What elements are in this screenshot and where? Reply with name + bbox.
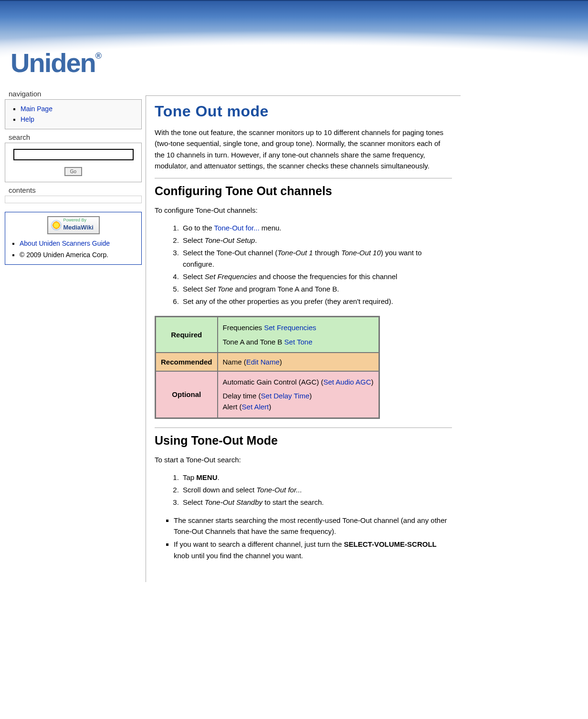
search-portlet-title: search [5, 133, 142, 143]
using-steps: Tap MENU. Scroll down and select Tone-Ou… [155, 472, 452, 508]
search-go-button[interactable]: Go [64, 167, 82, 176]
using-step-2: Scroll down and select Tone-Out for... [181, 484, 452, 496]
link-set-delay-time[interactable]: Set Delay Time [261, 392, 310, 400]
config-step-2: Select Tone-Out Setup. [181, 235, 452, 246]
config-step-3: Select the Tone-Out channel (Tone-Out 1 … [181, 247, 452, 270]
contents-portlet-title: contents [5, 186, 142, 196]
link-edit-name[interactable]: Edit Name [246, 358, 280, 366]
link-set-tone[interactable]: Set Tone [284, 338, 313, 346]
section-divider [155, 178, 452, 178]
config-intro: To configure Tone-Out channels: [155, 205, 452, 216]
about-portlet: Powered By MediaWiki About Uniden Scanne… [5, 212, 142, 265]
section-divider [155, 427, 452, 428]
nav-portlet: Main Page Help [5, 99, 142, 129]
copyright-text: © 2009 Uniden America Corp. [20, 250, 136, 261]
nav-portlet-title: navigation [5, 90, 142, 99]
search-portlet: Go [5, 143, 142, 182]
mediawiki-flower-icon [52, 221, 61, 229]
using-bullet-2: If you want to search a different channe… [174, 539, 452, 561]
required-label: Required [156, 317, 218, 353]
using-step-1: Tap MENU. [181, 472, 452, 483]
mediawiki-badge-powered: Powered By [63, 218, 87, 222]
config-steps: Go to the Tone-Out for... menu. Select T… [155, 222, 452, 307]
recommended-label: Recommended [156, 353, 218, 371]
header-banner: Uniden® [0, 0, 588, 81]
link-set-audio-agc[interactable]: Set Audio AGC [323, 378, 371, 386]
using-intro: To start a Tone-Out search: [155, 454, 452, 465]
page-title: Tone Out mode [155, 103, 452, 120]
brand-logo: Uniden® [10, 50, 101, 76]
config-step-1: Go to the Tone-Out for... menu. [181, 222, 452, 234]
sidebar: navigation Main Page Help search Go cont… [0, 81, 146, 265]
mediawiki-badge[interactable]: Powered By MediaWiki [47, 216, 100, 234]
contents-portlet [5, 196, 142, 203]
link-set-frequencies[interactable]: Set Frequencies [264, 323, 316, 332]
optional-label: Optional [156, 371, 218, 418]
about-link[interactable]: About Uniden Scanners Guide [20, 240, 110, 247]
intro-paragraph: With the tone out feature, the scanner m… [155, 127, 452, 171]
link-set-alert[interactable]: Set Alert [242, 403, 269, 411]
using-step-3: Select Tone-Out Standby to start the sea… [181, 497, 452, 508]
using-bullets: The scanner starts searching the most re… [155, 515, 452, 561]
config-step-5: Select Set Tone and program Tone A and T… [181, 283, 452, 295]
properties-table: Required Frequencies Set Frequencies Ton… [155, 316, 380, 418]
table-row-required: Required Frequencies Set Frequencies Ton… [156, 317, 379, 353]
table-row-recommended: Recommended Name (Edit Name) [156, 353, 379, 371]
mediawiki-badge-name: MediaWiki [63, 224, 94, 231]
search-input[interactable] [13, 149, 134, 160]
using-bullet-1: The scanner starts searching the most re… [174, 515, 452, 537]
nav-link-main-page[interactable]: Main Page [21, 105, 52, 113]
table-row-optional: Optional Automatic Gain Control (AGC) (S… [156, 371, 379, 418]
section-heading-using: Using Tone-Out Mode [155, 434, 452, 448]
article-content: Tone Out mode With the tone out feature,… [146, 95, 461, 582]
section-heading-configuring: Configuring Tone Out channels [155, 184, 452, 198]
nav-link-help[interactable]: Help [21, 115, 34, 123]
link-tone-out-for[interactable]: Tone-Out for... [214, 224, 260, 232]
config-step-4: Select Set Frequencies and choose the fr… [181, 271, 452, 282]
config-step-6: Set any of the other properties as you p… [181, 296, 452, 307]
